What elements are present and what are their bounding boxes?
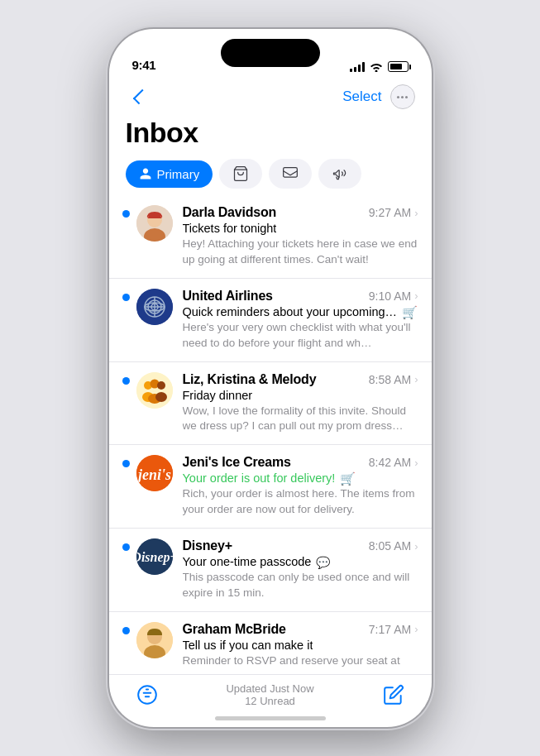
- inbox-header: Inbox: [109, 113, 432, 156]
- svg-point-26: [138, 686, 156, 704]
- status-time: 9:41: [132, 58, 156, 72]
- unread-indicator: [122, 294, 130, 301]
- tab-primary[interactable]: Primary: [126, 160, 213, 188]
- table-row[interactable]: United Airlines 9:10 AM › Quick reminder…: [109, 279, 432, 362]
- message-icon: [282, 165, 299, 182]
- shopping-badge-icon: 🛒: [340, 471, 356, 486]
- status-icons: [350, 61, 409, 72]
- email-header: Disney+ 8:05 AM ›: [183, 538, 418, 553]
- email-sender: United Airlines: [183, 289, 273, 304]
- cart-icon: [232, 165, 249, 182]
- email-preview: Rich, your order is almost here. The ite…: [183, 486, 418, 518]
- chevron-right-icon: ›: [414, 373, 418, 385]
- table-row[interactable]: Liz, Kristina & Melody 8:58 AM › Friday …: [109, 362, 432, 446]
- message-badge-icon: 💬: [316, 556, 330, 569]
- chevron-right-icon: ›: [414, 540, 418, 553]
- phone-frame: 9:41 Select: [109, 29, 432, 727]
- email-preview: Wow, I love the formality of this invite…: [183, 404, 418, 435]
- subject-row: Tell us if you can make it: [183, 639, 418, 653]
- email-time: 9:27 AM: [369, 206, 411, 219]
- home-indicator: [215, 716, 326, 720]
- unread-indicator: [122, 377, 130, 385]
- email-content: Darla Davidson 9:27 AM › Tickets for ton…: [183, 205, 418, 268]
- phone-content: Select Inbox Primary: [109, 77, 432, 727]
- battery-fill: [390, 64, 402, 69]
- select-button[interactable]: Select: [342, 89, 381, 105]
- email-subject: Your one-time passcode: [183, 555, 312, 568]
- unread-indicator: [122, 210, 130, 218]
- dynamic-island: [221, 39, 320, 67]
- tab-shopping[interactable]: [219, 159, 262, 189]
- table-row[interactable]: jeni's Jeni's Ice Creams 8:42 AM › Your …: [109, 445, 432, 529]
- filter-button[interactable]: [132, 680, 162, 710]
- signal-bars-icon: [350, 62, 365, 72]
- unread-indicator: [122, 543, 130, 551]
- avatar-image: jeni's: [136, 455, 173, 491]
- nav-actions: Select: [342, 84, 414, 109]
- avatar-image: [136, 205, 173, 242]
- signal-bar-4: [362, 62, 365, 72]
- time-row: 7:17 AM ›: [369, 623, 418, 636]
- time-row: 8:42 AM ›: [369, 456, 418, 469]
- time-row: 8:58 AM ›: [369, 373, 418, 386]
- email-subject: Your order is out for delivery!: [183, 471, 336, 485]
- compose-button[interactable]: [379, 680, 409, 710]
- more-icon: [397, 96, 408, 98]
- email-time: 8:42 AM: [369, 456, 411, 469]
- subject-row: Friday dinner: [183, 389, 418, 404]
- avatar-image: [136, 622, 173, 658]
- time-row: 9:10 AM ›: [369, 289, 418, 303]
- table-row[interactable]: Graham McBride 7:17 AM › Tell us if you …: [109, 612, 432, 674]
- more-button[interactable]: [390, 84, 415, 109]
- email-list[interactable]: Darla Davidson 9:27 AM › Tickets for ton…: [109, 195, 432, 674]
- avatar: [136, 622, 173, 658]
- email-subject: Tickets for tonight: [183, 222, 277, 235]
- filter-icon: [136, 684, 158, 706]
- subject-row: Quick reminders about your upcoming… 🛒: [183, 305, 418, 320]
- subject-row: Your one-time passcode 💬: [183, 555, 418, 570]
- avatar-image: Disnep+: [136, 538, 173, 575]
- unread-indicator: [122, 627, 130, 634]
- email-header: Graham McBride 7:17 AM ›: [183, 622, 418, 637]
- email-preview: Hey! Attaching your tickets here in case…: [183, 237, 418, 268]
- table-row[interactable]: Disnep+ Disney+ 8:05 AM › Your one-time …: [109, 529, 432, 612]
- email-content: Disney+ 8:05 AM › Your one-time passcode…: [183, 538, 418, 601]
- shopping-badge-icon: 🛒: [402, 305, 418, 320]
- back-button[interactable]: [126, 84, 152, 110]
- svg-point-15: [157, 381, 165, 390]
- email-sender: Jeni's Ice Creams: [183, 455, 291, 470]
- battery-icon: [388, 61, 409, 72]
- email-content: United Airlines 9:10 AM › Quick reminder…: [183, 289, 418, 352]
- avatar-image: [136, 372, 173, 409]
- avatar: jeni's: [136, 455, 173, 491]
- email-header: Darla Davidson 9:27 AM ›: [183, 205, 418, 220]
- email-time: 8:58 AM: [369, 373, 411, 386]
- back-chevron-icon: [132, 89, 147, 104]
- email-content: Liz, Kristina & Melody 8:58 AM › Friday …: [183, 372, 418, 435]
- email-header: Liz, Kristina & Melody 8:58 AM ›: [183, 372, 418, 387]
- email-time: 7:17 AM: [369, 623, 411, 636]
- time-row: 8:05 AM ›: [369, 539, 418, 553]
- tab-social[interactable]: [269, 159, 312, 189]
- email-sender: Darla Davidson: [183, 205, 277, 220]
- time-row: 9:27 AM ›: [369, 206, 418, 219]
- signal-bar-2: [354, 67, 356, 72]
- email-preview: This passcode can only be used once and …: [183, 570, 418, 601]
- email-sender: Graham McBride: [183, 622, 286, 637]
- subject-row: Tickets for tonight: [183, 222, 418, 237]
- chevron-right-icon: ›: [414, 457, 418, 469]
- email-subject: Quick reminders about your upcoming…: [183, 305, 398, 318]
- table-row[interactable]: Darla Davidson 9:27 AM › Tickets for ton…: [109, 195, 432, 279]
- subject-row: Your order is out for delivery! 🛒: [183, 471, 418, 486]
- person-icon: [139, 167, 152, 180]
- email-content: Jeni's Ice Creams 8:42 AM › Your order i…: [183, 455, 418, 518]
- email-time: 9:10 AM: [369, 289, 411, 303]
- email-content: Graham McBride 7:17 AM › Tell us if you …: [183, 622, 418, 669]
- signal-bar-1: [350, 69, 352, 72]
- primary-tab-label: Primary: [157, 167, 200, 181]
- svg-point-18: [155, 392, 167, 402]
- toolbar-status: Updated Just Now 12 Unread: [162, 682, 379, 707]
- email-preview: Reminder to RSVP and reserve your seat a…: [183, 653, 418, 669]
- unread-indicator: [122, 460, 130, 467]
- tab-promotions[interactable]: [318, 159, 361, 189]
